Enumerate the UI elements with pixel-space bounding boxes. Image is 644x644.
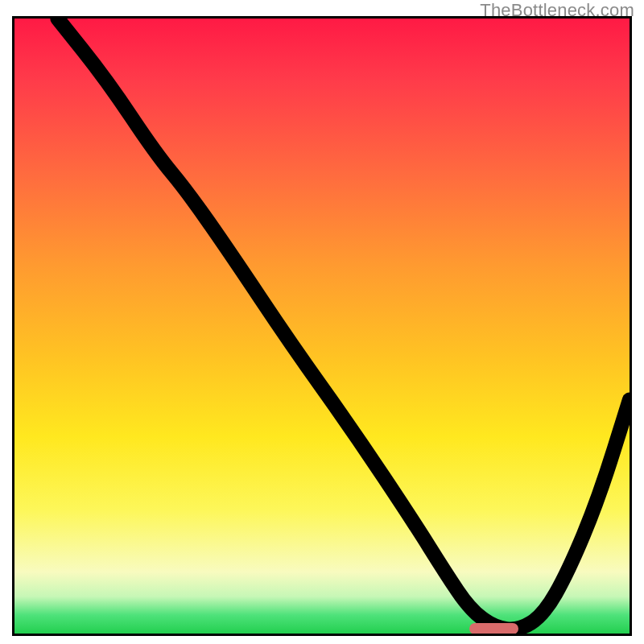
bottleneck-curve — [57, 19, 630, 630]
chart-frame — [12, 16, 632, 636]
chart-svg — [14, 19, 630, 634]
optimal-range-marker — [469, 623, 518, 634]
chart-plot-area — [14, 19, 630, 634]
